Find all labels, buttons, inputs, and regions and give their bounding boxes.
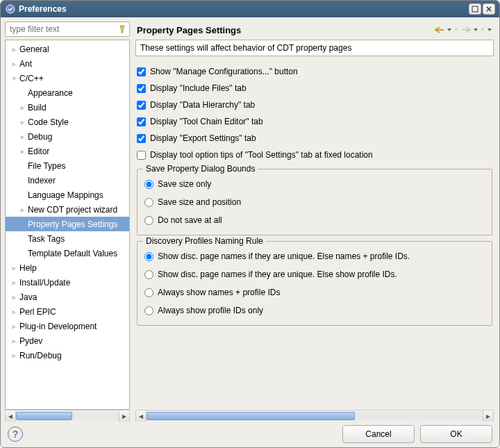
preference-tree[interactable]: ▹General▹Ant▿C/C++Appearance▹Build▹Code … xyxy=(5,40,130,410)
button-bar: ? Cancel OK xyxy=(1,421,499,447)
checkbox[interactable] xyxy=(137,101,146,110)
checkbox-label: Display "Include Files" tab xyxy=(150,83,247,93)
radio-label: Save size only xyxy=(158,179,211,189)
titlebar[interactable]: Preferences xyxy=(1,1,499,17)
checkbox[interactable] xyxy=(137,117,146,126)
checkbox-label: Display "Data Hierarchy" tab xyxy=(150,100,255,110)
checkbox-row: Display "Data Hierarchy" tab xyxy=(137,97,492,113)
tree-item[interactable]: Property Pages Settings xyxy=(6,217,129,231)
naming-rule-group: Discovery Profiles Naming Rule Show disc… xyxy=(137,241,492,326)
tree-item[interactable]: ▹Ant xyxy=(6,56,129,71)
chevron-right-icon[interactable]: ▹ xyxy=(10,279,18,286)
chevron-right-icon[interactable]: ▹ xyxy=(10,323,18,330)
page-hscroll[interactable]: ◂ ▸ xyxy=(135,410,494,421)
window-close-button[interactable] xyxy=(483,3,495,15)
nav-back-menu[interactable] xyxy=(447,27,452,33)
preferences-window: Preferences ▹General▹Ant▿C/C++Appearance… xyxy=(0,0,500,448)
radio-row: Always show profile IDs only xyxy=(144,301,485,320)
tree-item[interactable]: ▹Code Style xyxy=(6,115,129,129)
nav-back-button[interactable] xyxy=(434,26,445,34)
tree-item[interactable]: Template Default Values xyxy=(6,246,129,260)
scroll-right-icon[interactable]: ▸ xyxy=(119,410,130,422)
radio-label: Always show names + profile IDs xyxy=(158,288,280,297)
checkbox-row: Display "Export Settings" tab xyxy=(137,130,492,147)
chevron-right-icon[interactable]: ▹ xyxy=(10,308,18,315)
tree-item[interactable]: ▿C/C++ xyxy=(6,71,129,85)
radio[interactable] xyxy=(144,180,153,189)
radio[interactable] xyxy=(144,288,153,297)
nav-forward-menu[interactable] xyxy=(473,27,478,33)
tree-item[interactable]: ▹Perl EPIC xyxy=(6,304,129,319)
radio[interactable] xyxy=(144,216,153,225)
radio[interactable] xyxy=(144,306,153,315)
chevron-down-icon[interactable]: ▿ xyxy=(10,75,18,82)
checkbox[interactable] xyxy=(137,67,146,76)
tree-item[interactable]: Appearance xyxy=(6,85,129,100)
chevron-right-icon[interactable]: ▹ xyxy=(18,133,26,140)
tree-item[interactable]: ▹Editor xyxy=(6,144,129,158)
nav-view-menu[interactable] xyxy=(487,27,492,33)
tree-item-label: Editor xyxy=(26,147,49,156)
nav-separator2: • xyxy=(480,25,485,35)
radio-row: Always show names + profile IDs xyxy=(144,283,485,301)
chevron-right-icon[interactable]: ▹ xyxy=(18,119,26,126)
tree-hscroll[interactable]: ◂ ▸ xyxy=(5,410,130,421)
radio[interactable] xyxy=(144,198,153,207)
clear-filter-icon[interactable] xyxy=(117,24,128,35)
checkbox[interactable] xyxy=(137,84,146,93)
page-nav: • • xyxy=(434,25,492,35)
window-maximize-button[interactable] xyxy=(469,3,481,15)
chevron-right-icon[interactable]: ▹ xyxy=(10,294,18,301)
tree-item[interactable]: File Types xyxy=(6,158,129,173)
chevron-right-icon[interactable]: ▹ xyxy=(10,265,18,272)
tree-item[interactable]: ▹Help xyxy=(6,260,129,275)
tree-item[interactable]: Language Mappings xyxy=(6,188,129,202)
chevron-right-icon[interactable]: ▹ xyxy=(10,60,18,67)
tree-item[interactable]: ▹Run/Debug xyxy=(6,348,129,363)
tree-item-label: Plug-in Development xyxy=(18,322,97,331)
chevron-right-icon[interactable]: ▹ xyxy=(10,338,18,345)
window-icon xyxy=(5,3,16,15)
tree-item[interactable]: ▹Java xyxy=(6,290,129,304)
tree-item[interactable]: ▹Install/Update xyxy=(6,275,129,290)
svg-rect-1 xyxy=(472,6,478,12)
chevron-right-icon[interactable]: ▹ xyxy=(18,206,26,213)
filter-input[interactable] xyxy=(5,22,130,37)
chevron-right-icon[interactable]: ▹ xyxy=(10,46,18,53)
radio-row: Do not save at all xyxy=(144,211,485,229)
tree-item-label: Help xyxy=(18,263,37,273)
scroll-left-icon[interactable]: ◂ xyxy=(5,410,16,422)
nav-forward-button[interactable] xyxy=(460,26,472,34)
tree-item-label: Template Default Values xyxy=(26,249,117,258)
ok-button[interactable]: OK xyxy=(420,425,492,443)
radio[interactable] xyxy=(144,270,153,279)
chevron-right-icon[interactable]: ▹ xyxy=(10,352,18,359)
checkbox[interactable] xyxy=(137,134,146,143)
chevron-right-icon[interactable]: ▹ xyxy=(18,104,26,111)
radio-row: Save size only xyxy=(144,175,485,193)
tree-item[interactable]: ▹General xyxy=(6,42,129,56)
scroll-right-icon[interactable]: ▸ xyxy=(483,410,494,422)
radio[interactable] xyxy=(144,252,153,261)
tree-item[interactable]: ▹Plug-in Development xyxy=(6,319,129,333)
tree-item[interactable]: Task Tags xyxy=(6,231,129,246)
nav-separator: • xyxy=(453,25,459,35)
tree-item[interactable]: ▹New CDT project wizard xyxy=(6,202,129,217)
checkbox-row: Show "Manage Configurations..." button xyxy=(137,63,492,80)
checkbox[interactable] xyxy=(137,151,146,160)
tree-item[interactable]: Indexer xyxy=(6,173,129,188)
tree-item-label: Indexer xyxy=(26,176,56,185)
settings-area: Show "Manage Configurations..." buttonDi… xyxy=(134,63,495,410)
scroll-left-icon[interactable]: ◂ xyxy=(135,410,147,422)
tree-item[interactable]: ▹Build xyxy=(6,100,129,115)
radio-row: Show disc. page names if they are unique… xyxy=(144,265,485,283)
radio-label: Always show profile IDs only xyxy=(158,306,263,315)
tree-item-label: General xyxy=(18,44,49,54)
help-icon[interactable]: ? xyxy=(8,426,23,442)
tree-item[interactable]: ▹Pydev xyxy=(6,333,129,348)
chevron-right-icon[interactable]: ▹ xyxy=(18,148,26,155)
tree-item[interactable]: ▹Debug xyxy=(6,129,129,144)
cancel-button[interactable]: Cancel xyxy=(342,425,415,443)
tree-item-label: Install/Update xyxy=(18,278,70,288)
right-column: Property Pages Settings • • xyxy=(134,22,495,421)
